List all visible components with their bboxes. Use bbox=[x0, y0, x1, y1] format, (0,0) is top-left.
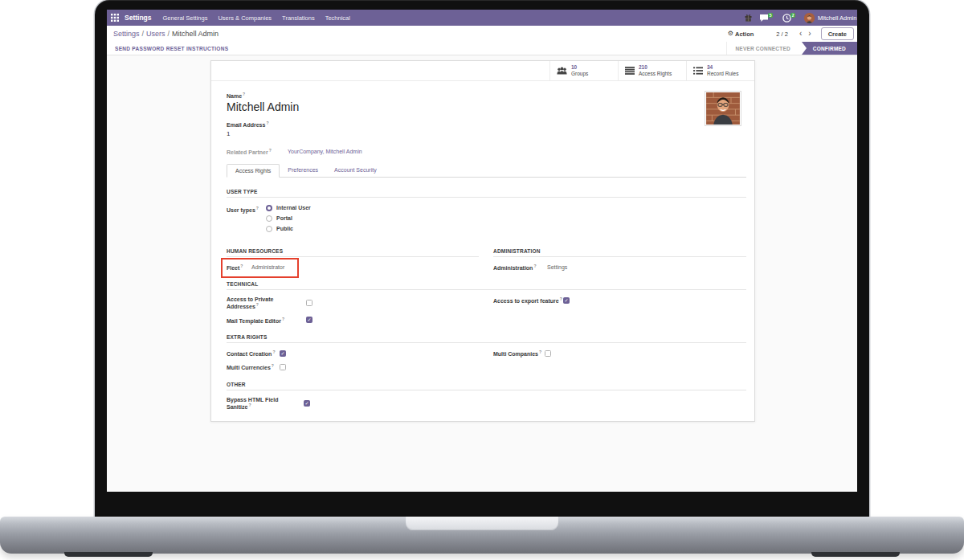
tab-access-rights[interactable]: Access Rights bbox=[227, 164, 280, 178]
technical-columns: Access to Private Addresses? Mail Templa… bbox=[227, 290, 746, 324]
public-radio[interactable] bbox=[266, 226, 272, 232]
user-avatar-photo[interactable] bbox=[705, 91, 741, 126]
breadcrumb-settings[interactable]: Settings bbox=[113, 30, 140, 38]
help-marker: ? bbox=[269, 148, 272, 153]
app-name[interactable]: Settings bbox=[125, 14, 152, 22]
form-view-background: 10 Groups bbox=[107, 55, 857, 492]
administration-label: Administration? bbox=[493, 264, 547, 271]
record-rules-count: 34 bbox=[707, 64, 738, 71]
groups-count: 10 bbox=[571, 64, 588, 71]
help-marker: ? bbox=[248, 403, 251, 407]
private-addresses-checkbox[interactable] bbox=[306, 300, 312, 306]
hr-admin-columns: HUMAN RESOURCES Fleet? Administrator bbox=[227, 248, 746, 271]
form-fields: Name? Mitchell Admin Email Address? 1 bbox=[211, 92, 754, 421]
stat-button-access-rights[interactable]: 210 Access Rights bbox=[618, 61, 686, 80]
status-confirmed[interactable]: CONFIRMED bbox=[802, 42, 857, 55]
menu-users-companies[interactable]: Users & Companies bbox=[218, 14, 272, 22]
name-field-value: Mitchell Admin bbox=[227, 100, 746, 113]
record-rules-list-icon bbox=[693, 67, 703, 75]
tab-preferences[interactable]: Preferences bbox=[280, 164, 326, 177]
laptop-notch bbox=[406, 517, 558, 530]
related-partner-group: Related Partner? YourCompany, Mitchell A… bbox=[227, 148, 746, 155]
mail-template-editor-label: Mail Template Editor? bbox=[227, 317, 306, 324]
activities-count-badge: 2 bbox=[790, 13, 795, 18]
private-addresses-field: Access to Private Addresses? bbox=[227, 296, 479, 309]
help-marker: ? bbox=[243, 92, 245, 96]
internal-user-radio[interactable] bbox=[266, 205, 272, 211]
bypass-sanitize-checkbox[interactable] bbox=[304, 400, 310, 407]
messages-count-badge: 5 bbox=[768, 13, 773, 18]
bypass-sanitize-label: Bypass HTML Field Sanitize? bbox=[227, 397, 304, 410]
private-addresses-label: Access to Private Addresses? bbox=[227, 296, 306, 309]
gear-icon: ⚙ bbox=[728, 31, 733, 37]
fleet-value[interactable]: Administrator bbox=[251, 264, 284, 270]
help-marker: ? bbox=[533, 264, 536, 268]
multi-currencies-field: Multi Currencies? bbox=[227, 363, 479, 370]
messages-icon[interactable]: 5 bbox=[759, 14, 769, 22]
user-types-field: User types? Internal User Portal bbox=[227, 205, 746, 236]
help-marker: ? bbox=[282, 317, 284, 321]
tab-account-security[interactable]: Account Security bbox=[326, 164, 385, 177]
mail-template-editor-checkbox[interactable] bbox=[306, 317, 312, 323]
section-administration: ADMINISTRATION bbox=[493, 248, 746, 257]
laptop-foot-right bbox=[811, 552, 900, 557]
user-menu-avatar[interactable] bbox=[804, 13, 815, 23]
status-never-connected[interactable]: NEVER CONNECTED bbox=[726, 42, 801, 55]
create-button[interactable]: Create bbox=[821, 27, 854, 40]
access-rights-label: Access Rights bbox=[639, 71, 672, 77]
contact-creation-checkbox[interactable] bbox=[280, 350, 286, 357]
breadcrumb-separator: / bbox=[168, 30, 170, 38]
help-marker: ? bbox=[539, 349, 541, 354]
email-field-group: Email Address? 1 bbox=[227, 121, 746, 137]
help-marker: ? bbox=[256, 206, 259, 211]
form-statusbar: SEND PASSWORD RESET INSTRUCTIONS NEVER C… bbox=[107, 42, 857, 55]
action-menu-button[interactable]: ⚙ Action bbox=[728, 31, 754, 38]
email-field-value: 1 bbox=[227, 130, 746, 137]
related-partner-link[interactable]: YourCompany, Mitchell Admin bbox=[288, 149, 362, 154]
stat-button-row: 10 Groups bbox=[211, 61, 754, 81]
contact-creation-field: Contact Creation? bbox=[227, 349, 479, 357]
menu-technical[interactable]: Technical bbox=[325, 14, 350, 22]
menu-general-settings[interactable]: General Settings bbox=[163, 14, 208, 22]
multi-currencies-label: Multi Currencies? bbox=[227, 363, 280, 370]
user-menu-name[interactable]: Mitchell Admin (cdba bbox=[818, 14, 857, 22]
user-types-options: Internal User Portal Public bbox=[266, 205, 311, 236]
breadcrumb-users[interactable]: Users bbox=[146, 30, 165, 38]
help-marker: ? bbox=[560, 296, 562, 301]
help-marker: ? bbox=[256, 302, 259, 307]
laptop-foot-left bbox=[64, 552, 153, 557]
help-marker: ? bbox=[272, 363, 274, 368]
gift-icon[interactable] bbox=[745, 14, 752, 22]
extra-rights-left-column: Contact Creation? Multi Currencies? bbox=[227, 343, 479, 371]
multi-companies-label: Multi Companies? bbox=[493, 349, 545, 357]
contact-creation-label: Contact Creation? bbox=[227, 349, 280, 357]
stat-button-record-rules[interactable]: 34 Record Rules bbox=[686, 61, 754, 80]
pager-next-icon[interactable]: › bbox=[805, 30, 814, 38]
multi-currencies-checkbox[interactable] bbox=[280, 364, 286, 370]
menu-translations[interactable]: Translations bbox=[282, 14, 315, 22]
section-other: OTHER bbox=[227, 382, 746, 390]
stat-button-groups[interactable]: 10 Groups bbox=[549, 61, 618, 80]
portal-radio[interactable] bbox=[266, 215, 272, 222]
activities-clock-icon[interactable]: 2 bbox=[782, 14, 791, 22]
breadcrumb-current-record: Mitchell Admin bbox=[172, 30, 219, 38]
administration-value[interactable]: Settings bbox=[547, 264, 567, 270]
send-password-reset-button[interactable]: SEND PASSWORD RESET INSTRUCTIONS bbox=[115, 46, 228, 51]
control-panel: Settings / Users / Mitchell Admin ⚙ Acti… bbox=[107, 26, 857, 42]
section-extra-rights: EXTRA RIGHTS bbox=[227, 334, 746, 343]
export-feature-checkbox[interactable] bbox=[563, 297, 570, 304]
pager-prev-icon[interactable]: ‹ bbox=[796, 30, 805, 38]
notebook-tabs: Access Rights Preferences Account Securi… bbox=[227, 164, 746, 178]
groups-label: Groups bbox=[571, 71, 588, 77]
technical-right-column: Access to export feature? bbox=[493, 290, 746, 324]
grid-icon bbox=[111, 14, 119, 22]
human-resources-column: HUMAN RESOURCES Fleet? Administrator bbox=[227, 248, 479, 271]
radio-option-portal: Portal bbox=[266, 215, 311, 222]
breadcrumb-separator: / bbox=[142, 30, 145, 38]
groups-icon bbox=[557, 67, 567, 75]
apps-menu-icon[interactable] bbox=[107, 10, 123, 26]
help-marker: ? bbox=[240, 264, 243, 268]
radio-option-public: Public bbox=[266, 226, 311, 232]
form-sheet: 10 Groups bbox=[210, 60, 755, 422]
multi-companies-checkbox[interactable] bbox=[545, 350, 551, 357]
